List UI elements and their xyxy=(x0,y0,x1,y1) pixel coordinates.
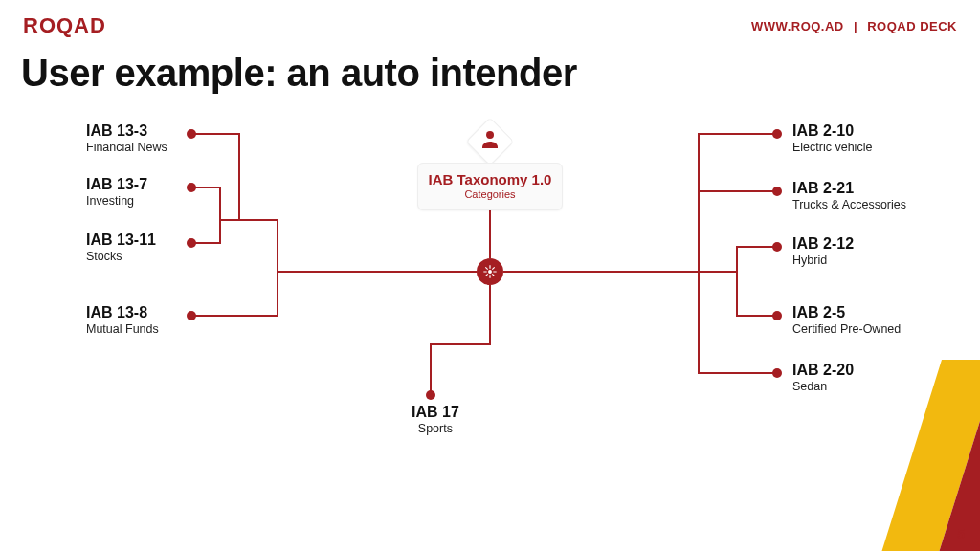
category-right-0: IAB 2-10 Electric vehicle xyxy=(792,122,872,154)
node-dot xyxy=(187,238,196,248)
node-dot xyxy=(772,187,782,196)
taxonomy-diagram: IAB 13-3 Financial News IAB 13-7 Investi… xyxy=(0,96,980,536)
node-dot xyxy=(772,129,782,139)
header-separator: | xyxy=(854,19,858,33)
category-label: Sedan xyxy=(792,380,854,393)
category-code: IAB 17 xyxy=(412,404,459,421)
brand-logo: ROQAD xyxy=(23,13,106,38)
category-code: IAB 2-5 xyxy=(792,304,901,321)
svg-point-2 xyxy=(489,271,492,274)
category-right-2: IAB 2-12 Hybrid xyxy=(792,235,854,267)
category-right-3: IAB 2-5 Certified Pre-Owned xyxy=(792,304,901,336)
taxonomy-title: IAB Taxonomy 1.0 xyxy=(424,171,556,187)
category-label: Stocks xyxy=(86,250,156,263)
category-code: IAB 13-8 xyxy=(86,304,159,321)
node-dot xyxy=(772,242,782,252)
header-url: WWW.ROQ.AD xyxy=(751,19,844,33)
node-dot xyxy=(426,390,435,400)
category-left-0: IAB 13-3 Financial News xyxy=(86,122,167,154)
category-label: Trucks & Accessories xyxy=(792,198,906,211)
taxonomy-subtitle: Categories xyxy=(424,188,556,200)
category-code: IAB 2-20 xyxy=(792,362,854,379)
slide-header: ROQAD WWW.ROQ.AD | ROQAD DECK xyxy=(0,13,980,38)
category-left-2: IAB 13-11 Stocks xyxy=(86,231,156,263)
node-dot xyxy=(187,129,196,139)
category-left-3: IAB 13-8 Mutual Funds xyxy=(86,304,159,336)
node-dot xyxy=(187,311,196,320)
category-label: Investing xyxy=(86,194,147,208)
node-dot xyxy=(187,183,196,192)
category-label: Electric vehicle xyxy=(792,141,872,154)
category-label: Certified Pre-Owned xyxy=(792,322,901,336)
header-deck: ROQAD DECK xyxy=(867,19,957,33)
svg-point-1 xyxy=(486,131,494,139)
node-dot xyxy=(772,368,782,378)
node-dot xyxy=(772,311,782,320)
category-code: IAB 13-11 xyxy=(86,231,156,249)
category-code: IAB 2-12 xyxy=(792,235,854,253)
category-code: IAB 2-21 xyxy=(792,180,906,197)
taxonomy-center: IAB Taxonomy 1.0 Categories xyxy=(417,163,563,210)
hub-icon xyxy=(477,258,503,285)
category-bottom: IAB 17 Sports xyxy=(412,404,459,435)
page-number: 5 xyxy=(957,526,965,541)
category-left-1: IAB 13-7 Investing xyxy=(86,176,147,208)
category-right-4: IAB 2-20 Sedan xyxy=(792,362,854,393)
header-links: WWW.ROQ.AD | ROQAD DECK xyxy=(751,19,957,33)
category-code: IAB 2-10 xyxy=(792,122,872,140)
category-code: IAB 13-7 xyxy=(86,176,147,193)
category-label: Hybrid xyxy=(792,253,854,267)
user-icon xyxy=(477,128,503,155)
category-label: Sports xyxy=(412,422,459,435)
category-label: Mutual Funds xyxy=(86,322,159,336)
category-code: IAB 13-3 xyxy=(86,122,167,140)
page-title: User example: an auto intender xyxy=(21,52,577,95)
category-label: Financial News xyxy=(86,141,167,154)
category-right-1: IAB 2-21 Trucks & Accessories xyxy=(792,180,906,211)
taxonomy-card: IAB Taxonomy 1.0 Categories xyxy=(417,163,563,210)
